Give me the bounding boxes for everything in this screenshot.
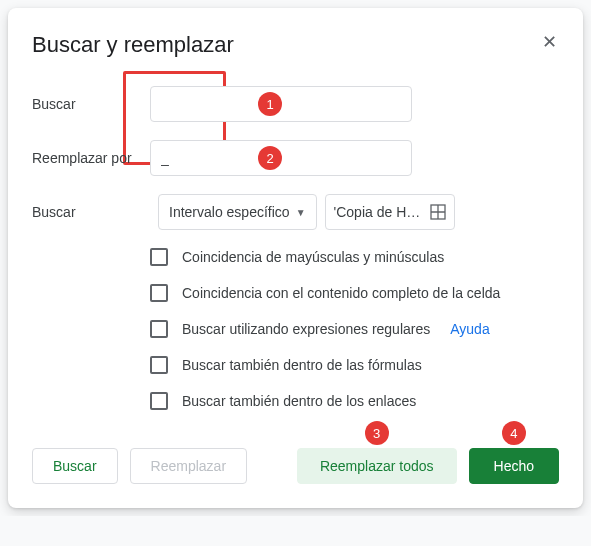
range-field[interactable]: 'Copia de Hoja 9	[325, 194, 455, 230]
find-replace-dialog: Buscar y reemplazar ✕ Buscar 1 Reemplaza…	[8, 8, 583, 508]
regex-help-link[interactable]: Ayuda	[450, 321, 489, 337]
scope-dropdown[interactable]: Intervalo específico ▼	[158, 194, 317, 230]
option-match-entire: Coincidencia con el contenido completo d…	[150, 284, 559, 302]
option-regex: Buscar utilizando expresiones regulares …	[150, 320, 559, 338]
dialog-title: Buscar y reemplazar	[32, 32, 559, 58]
callout-2: 2	[258, 146, 282, 170]
replace-row: Reemplazar por 2	[32, 140, 559, 176]
replace-button[interactable]: Reemplazar	[130, 448, 247, 484]
find-button-label: Buscar	[53, 458, 97, 474]
option-match-case: Coincidencia de mayúsculas y minúsculas	[150, 248, 559, 266]
close-button[interactable]: ✕	[533, 26, 565, 58]
search-scope-row: Buscar Intervalo específico ▼ 'Copia de …	[32, 194, 559, 230]
label-formulas: Buscar también dentro de las fórmulas	[182, 357, 422, 373]
find-button[interactable]: Buscar	[32, 448, 118, 484]
find-label: Buscar	[32, 96, 150, 112]
label-links: Buscar también dentro de los enlaces	[182, 393, 416, 409]
done-button[interactable]: 4 Hecho	[469, 448, 559, 484]
range-value: 'Copia de Hoja 9	[334, 204, 422, 220]
replace-all-button[interactable]: 3 Reemplazar todos	[297, 448, 457, 484]
dialog-footer: Buscar Reemplazar 3 Reemplazar todos 4 H…	[32, 448, 559, 484]
checkbox-match-case[interactable]	[150, 248, 168, 266]
option-links: Buscar también dentro de los enlaces	[150, 392, 559, 410]
close-icon: ✕	[542, 31, 557, 53]
search-scope-label: Buscar	[32, 204, 150, 220]
replace-label: Reemplazar por	[32, 150, 150, 166]
scope-dropdown-label: Intervalo específico	[169, 204, 290, 220]
callout-1: 1	[258, 92, 282, 116]
done-button-label: Hecho	[494, 458, 534, 474]
replace-button-label: Reemplazar	[151, 458, 226, 474]
checkbox-formulas[interactable]	[150, 356, 168, 374]
checkbox-regex[interactable]	[150, 320, 168, 338]
options-section: Coincidencia de mayúsculas y minúsculas …	[150, 248, 559, 410]
label-regex: Buscar utilizando expresiones regulares	[182, 321, 430, 337]
checkbox-links[interactable]	[150, 392, 168, 410]
checkbox-match-entire[interactable]	[150, 284, 168, 302]
callout-4: 4	[502, 421, 526, 445]
grid-icon	[430, 204, 446, 220]
option-formulas: Buscar también dentro de las fórmulas	[150, 356, 559, 374]
chevron-down-icon: ▼	[296, 207, 306, 218]
label-match-entire: Coincidencia con el contenido completo d…	[182, 285, 500, 301]
label-match-case: Coincidencia de mayúsculas y minúsculas	[182, 249, 444, 265]
callout-3: 3	[365, 421, 389, 445]
find-row: Buscar 1	[32, 86, 559, 122]
replace-all-button-label: Reemplazar todos	[320, 458, 434, 474]
